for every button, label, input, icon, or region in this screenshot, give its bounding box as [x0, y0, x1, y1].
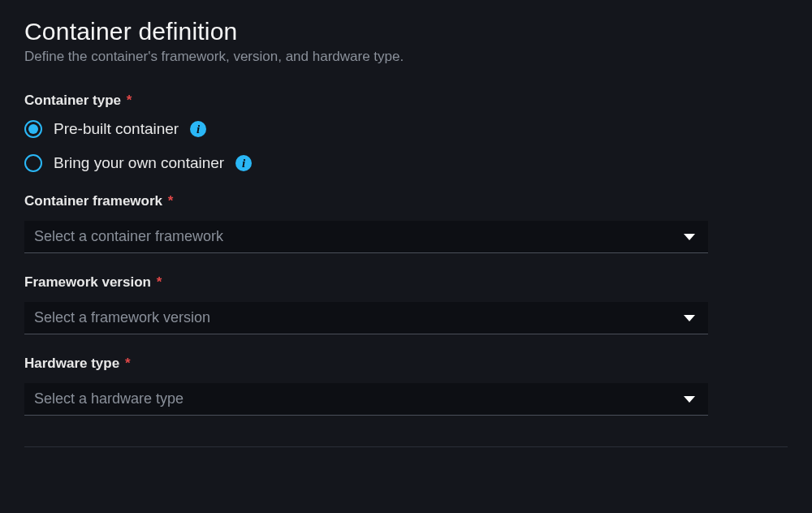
- container-type-group: Container type * Pre-built container i B…: [24, 93, 788, 172]
- required-asterisk: *: [125, 356, 131, 371]
- radio-button-icon: [24, 120, 42, 138]
- radio-button-icon: [24, 154, 42, 172]
- container-framework-label: Container framework *: [24, 193, 788, 209]
- hardware-type-label: Hardware type *: [24, 356, 788, 372]
- select-placeholder: Select a container framework: [34, 228, 223, 245]
- container-framework-label-text: Container framework: [24, 193, 162, 209]
- select-placeholder: Select a framework version: [34, 309, 210, 326]
- framework-version-group: Framework version * Select a framework v…: [24, 274, 788, 334]
- hardware-type-group: Hardware type * Select a hardware type: [24, 356, 788, 416]
- container-type-label-text: Container type: [24, 93, 121, 108]
- divider: [24, 446, 788, 447]
- framework-version-select[interactable]: Select a framework version: [24, 302, 708, 334]
- select-placeholder: Select a hardware type: [34, 390, 184, 407]
- container-type-label: Container type *: [24, 93, 788, 109]
- chevron-down-icon: [684, 234, 695, 240]
- section-title: Container definition: [24, 18, 788, 45]
- hardware-type-select[interactable]: Select a hardware type: [24, 383, 708, 416]
- section-subtitle: Define the container's framework, versio…: [24, 49, 788, 65]
- required-asterisk: *: [157, 274, 162, 290]
- required-asterisk: *: [127, 93, 132, 108]
- info-icon[interactable]: i: [190, 121, 206, 137]
- container-framework-select[interactable]: Select a container framework: [24, 221, 708, 253]
- hardware-type-label-text: Hardware type: [24, 356, 119, 371]
- framework-version-label: Framework version *: [24, 274, 788, 291]
- container-framework-group: Container framework * Select a container…: [24, 193, 788, 253]
- info-icon[interactable]: i: [235, 155, 252, 171]
- radio-prebuilt-container[interactable]: Pre-built container i: [24, 120, 788, 138]
- chevron-down-icon: [684, 396, 695, 403]
- radio-label: Pre-built container: [54, 120, 179, 138]
- required-asterisk: *: [168, 193, 174, 209]
- chevron-down-icon: [684, 315, 695, 321]
- framework-version-label-text: Framework version: [24, 274, 151, 290]
- radio-label: Bring your own container: [54, 154, 224, 172]
- radio-bring-your-own-container[interactable]: Bring your own container i: [24, 154, 788, 172]
